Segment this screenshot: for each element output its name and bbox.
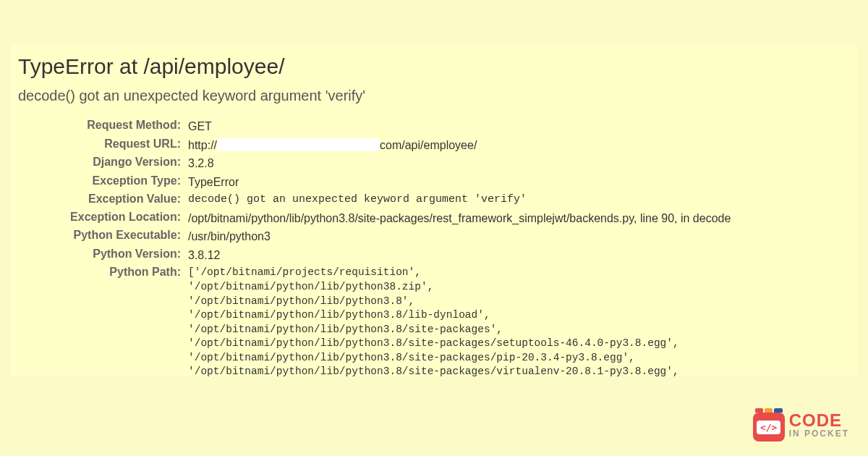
label-exception-type: Exception Type: [18, 173, 188, 192]
python-path-line: ['/opt/bitnami/projects/requisition', [188, 266, 850, 280]
label-python-path: Python Path: [18, 264, 188, 376]
row-python-version: Python Version: 3.8.12 [18, 246, 850, 265]
python-path-line: '/opt/bitnami/python/lib/python3.8/lib-d… [188, 308, 850, 323]
code-brackets-icon: </> [757, 421, 780, 434]
label-exception-location: Exception Location: [18, 209, 188, 228]
code-in-pocket-logo: </> CODE IN POCKET [753, 408, 849, 442]
python-path-line: '/opt/bitnami/python/lib/python38.zip', [188, 280, 850, 295]
row-exception-location: Exception Location: /opt/bitnami/python/… [18, 209, 850, 228]
label-request-url: Request URL: [18, 136, 188, 155]
value-request-method: GET [188, 117, 850, 136]
logo-text: CODE IN POCKET [789, 412, 849, 438]
row-python-path: Python Path: ['/opt/bitnami/projects/req… [18, 264, 850, 376]
row-exception-type: Exception Type: TypeError [18, 173, 850, 192]
python-path-line: '/opt/bitnami/python/lib/python3.8', [188, 295, 850, 309]
value-exception-location: /opt/bitnami/python/lib/python3.8/site-p… [188, 209, 850, 228]
url-redacted-block [217, 138, 380, 151]
info-table: Request Method: GET Request URL: http://… [18, 117, 850, 376]
label-python-version: Python Version: [18, 246, 188, 265]
row-python-executable: Python Executable: /usr/bin/python3 [18, 227, 850, 246]
value-python-version: 3.8.12 [188, 246, 850, 265]
label-python-executable: Python Executable: [18, 227, 188, 246]
python-path-line: '/opt/bitnami/python/lib/python3.8/site-… [188, 323, 850, 337]
url-prefix: http:// [188, 138, 217, 153]
value-request-url: http:// com/api/employee/ [188, 136, 850, 155]
row-django-version: Django Version: 3.2.8 [18, 154, 850, 173]
logo-text-top: CODE [789, 412, 849, 429]
python-path-line: '/opt/bitnami/python/lib/python3.8/site-… [188, 337, 850, 351]
logo-text-bottom: IN POCKET [789, 429, 849, 438]
row-exception-value: Exception Value: decode() got an unexpec… [18, 191, 850, 208]
label-exception-value: Exception Value: [18, 191, 188, 208]
url-suffix: com/api/employee/ [380, 138, 477, 153]
django-error-panel: TypeError at /api/employee/ decode() got… [11, 43, 857, 376]
value-exception-value: decode() got an unexpected keyword argum… [188, 191, 850, 208]
python-path-line: '/opt/bitnami/python/lib/python3.8/site-… [188, 351, 850, 366]
value-python-executable: /usr/bin/python3 [188, 227, 850, 246]
value-python-path: ['/opt/bitnami/projects/requisition', '/… [188, 264, 850, 376]
logo-body: </> [753, 413, 785, 442]
error-title: TypeError at /api/employee/ [18, 54, 850, 79]
error-subtitle: decode() got an unexpected keyword argum… [18, 88, 850, 104]
label-django-version: Django Version: [18, 154, 188, 173]
row-request-method: Request Method: GET [18, 117, 850, 136]
value-django-version: 3.2.8 [188, 154, 850, 173]
logo-icon: </> [753, 408, 785, 442]
python-path-line: '/opt/bitnami/python/lib/python3.8/site-… [188, 365, 850, 376]
label-request-method: Request Method: [18, 117, 188, 136]
value-exception-type: TypeError [188, 173, 850, 192]
row-request-url: Request URL: http:// com/api/employee/ [18, 136, 850, 155]
